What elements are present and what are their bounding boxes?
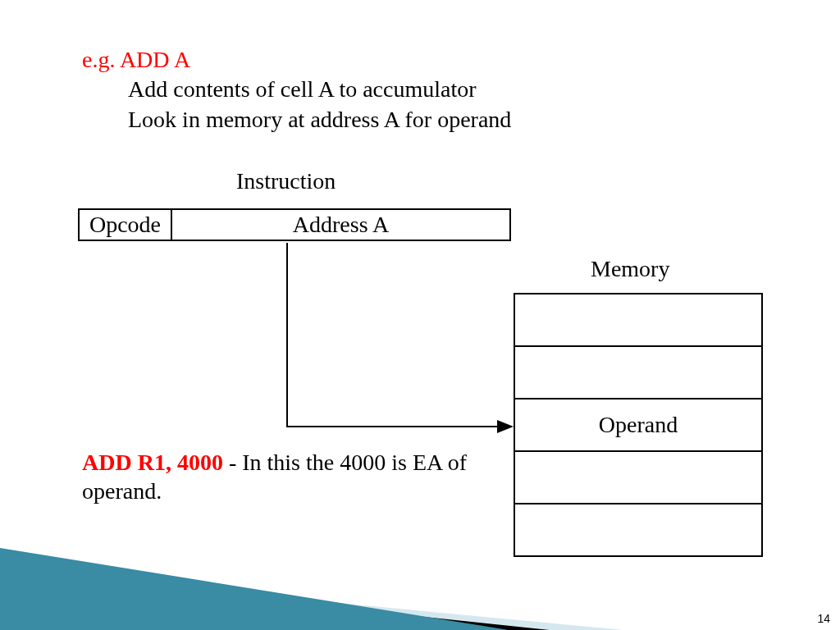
instruction-title: Instruction	[236, 168, 336, 194]
memory-cell-0	[515, 294, 761, 347]
example-line2: Add contents of cell A to accumulator	[82, 75, 511, 104]
decor-triangle-teal	[0, 548, 509, 630]
slide: e.g. ADD A Add contents of cell A to acc…	[0, 0, 840, 630]
address-cell: Address A	[172, 210, 509, 240]
memory-title: Memory	[591, 256, 669, 282]
opcode-cell: Opcode	[80, 210, 172, 240]
example-line3: Look in memory at address A for operand	[82, 105, 511, 135]
instruction-box: Opcode Address A	[78, 208, 511, 241]
eg-prefix: e.g.	[82, 47, 115, 72]
eg-cmd: ADD A	[115, 47, 190, 72]
bottom-explanation: ADD R1, 4000 - In this the 4000 is EA of…	[82, 448, 492, 505]
memory-box: Operand	[514, 293, 763, 557]
memory-cell-operand: Operand	[515, 399, 761, 452]
memory-cell-4	[515, 504, 761, 555]
bottom-red: ADD R1, 4000	[82, 450, 223, 475]
memory-cell-3	[515, 452, 761, 504]
memory-cell-1	[515, 347, 761, 399]
example-header: e.g. ADD A Add contents of cell A to acc…	[82, 45, 511, 135]
page-number: 14	[817, 612, 830, 625]
example-line1: e.g. ADD A	[82, 45, 511, 75]
